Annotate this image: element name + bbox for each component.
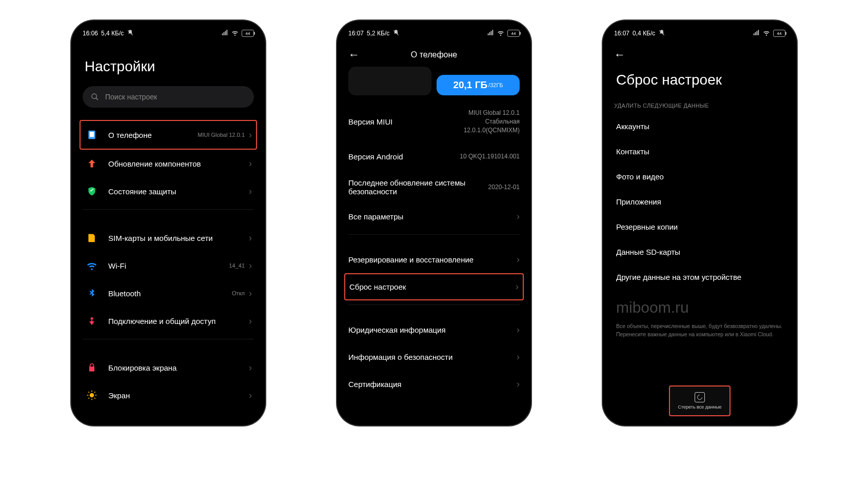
phone-reset: 16:07 0,4 КБ/с 44 ← Сброс настроек УДАЛИ… [603,21,797,425]
search-placeholder: Поиск настроек [105,93,157,101]
search-icon [91,93,99,101]
status-net: 5,4 КБ/с [101,30,124,37]
search-input[interactable]: Поиск настроек [83,86,254,108]
item-photos: Фото и видео [605,164,795,189]
row-bluetooth[interactable]: Bluetooth Откл › [83,279,254,307]
chevron-right-icon: › [249,362,252,373]
row-backup[interactable]: Резервирование и восстановление › [339,246,529,273]
status-time: 16:06 [83,30,98,37]
row-system-update[interactable]: Обновление компонентов › [83,150,254,177]
chevron-right-icon: › [249,390,252,401]
svg-line-11 [94,398,95,399]
row-security-patch[interactable]: Последнее обновление системы безопасност… [339,171,529,203]
chevron-right-icon: › [517,379,520,390]
svg-line-13 [94,392,95,393]
mute-icon [392,29,400,38]
chevron-right-icon: › [249,316,252,327]
battery-icon: 44 [507,30,520,37]
chevron-right-icon: › [517,352,520,362]
signal-icon [221,29,228,38]
shield-icon [85,184,99,198]
storage-card-blue[interactable]: 20,1 ГБ/32ГБ [437,75,520,95]
svg-rect-4 [90,132,94,137]
wifi-icon [763,29,770,38]
row-wifi[interactable]: Wi-Fi 14_41 › [83,252,254,279]
wifi-icon [85,258,99,273]
wifi-icon [231,29,239,38]
chevron-right-icon: › [517,211,520,222]
brightness-icon [85,388,99,402]
status-bar: 16:06 5,4 КБ/с 44 [73,23,263,41]
mute-icon [127,29,134,38]
row-about-phone[interactable]: О телефоне MIUI Global 12.0.1 › [80,120,257,150]
row-miui-version[interactable]: Версия MIUI MIUI Global 12.0.1 Стабильна… [339,101,529,141]
item-sd: Данные SD-карты [605,239,795,265]
signal-icon [753,29,760,38]
page-title: О телефоне [339,50,529,59]
watermark: miboom.ru [605,290,795,320]
storage-cards: 20,1 ГБ/32ГБ [339,67,529,101]
share-icon [85,314,99,328]
storage-card-dark[interactable] [348,67,431,95]
item-contacts: Контакты [605,139,795,164]
page-title: Сброс настроек [616,72,795,88]
chevron-right-icon: › [249,288,252,299]
sim-icon [85,231,99,245]
item-backups: Резервные копии [605,214,795,239]
chevron-right-icon: › [249,158,252,169]
svg-point-1 [92,94,96,98]
mute-icon [658,29,665,38]
row-factory-reset[interactable]: Сброс настроек › [344,273,524,300]
status-time: 16:07 [614,30,629,37]
row-legal[interactable]: Юридическая информация › [339,316,529,343]
row-sharing[interactable]: Подключение и общий доступ › [83,307,254,335]
status-bar: 16:07 5,2 КБ/с 44 [339,23,529,41]
bluetooth-icon [85,286,99,300]
chevron-right-icon: › [249,233,252,243]
battery-icon: 44 [773,30,785,37]
row-all-specs[interactable]: Все параметры › [339,203,529,230]
item-apps: Приложения [605,189,795,214]
row-security-status[interactable]: Состояние защиты › [83,177,254,205]
chevron-right-icon: › [516,281,519,292]
lock-icon [85,360,99,375]
arrow-up-icon [85,156,99,171]
svg-line-10 [88,392,89,393]
row-android-version[interactable]: Версия Android 10 QKQ1.191014.001 [339,141,529,171]
row-certification[interactable]: Сертификация › [339,371,529,398]
status-bar: 16:07 0,4 КБ/с 44 [605,23,795,41]
signal-icon [487,29,494,38]
chevron-right-icon: › [249,130,252,140]
section-header: УДАЛИТЬ СЛЕДУЮЩИЕ ДАННЫЕ [605,93,795,114]
svg-line-2 [96,98,98,100]
wifi-icon [497,29,504,38]
header: ← [605,41,795,67]
phone-settings: 16:06 5,4 КБ/с 44 Настройки Поиск на [71,21,265,425]
chevron-right-icon: › [517,324,520,335]
status-time: 16:07 [348,30,364,37]
status-net: 5,2 КБ/с [367,30,389,37]
item-other: Другие данные на этом устройстве [605,265,795,290]
svg-line-12 [88,398,89,399]
header: ← О телефоне [339,41,529,67]
erase-all-button[interactable]: Стереть все данные [669,385,731,416]
footnote: Все объекты, перечисленные выше, будут б… [605,320,795,345]
row-display[interactable]: Экран › [83,381,254,409]
chevron-right-icon: › [517,254,520,265]
row-sim[interactable]: SIM-карты и мобильные сети › [83,224,254,252]
chevron-right-icon: › [249,186,252,197]
phone-about: 16:07 5,2 КБ/с 44 ← О телефоне 20,1 ГБ/3… [337,21,531,425]
row-safety-info[interactable]: Информация о безопасности › [339,343,529,371]
row-lockscreen[interactable]: Блокировка экрана › [83,354,254,381]
page-title: Настройки [85,58,254,75]
phone-icon [85,128,99,142]
svg-point-5 [90,393,94,397]
chevron-right-icon: › [249,260,252,271]
battery-icon: 44 [242,30,254,37]
item-accounts: Аккаунты [605,114,795,139]
back-button[interactable]: ← [614,48,625,62]
reset-icon [695,392,705,402]
back-button[interactable]: ← [348,48,360,62]
status-net: 0,4 КБ/с [633,30,655,37]
